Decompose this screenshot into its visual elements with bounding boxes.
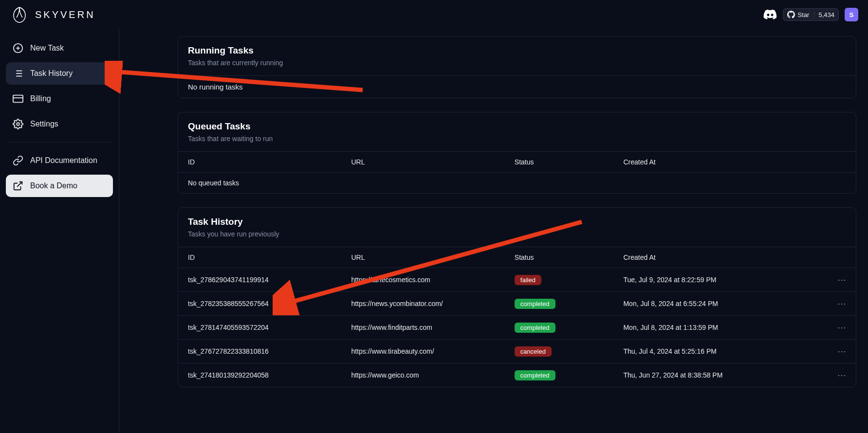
credit-card-icon bbox=[13, 93, 23, 104]
sidebar-item-label: Book a Demo bbox=[30, 181, 77, 190]
queued-tasks-panel: Queued Tasks Tasks that are waiting to r… bbox=[178, 112, 856, 194]
github-icon bbox=[787, 11, 795, 18]
status-badge: completed bbox=[515, 323, 555, 333]
sidebar-item-task-history[interactable]: Task History bbox=[6, 62, 113, 85]
header: SKYVERN Star 5,434 S bbox=[0, 0, 868, 29]
svg-line-12 bbox=[17, 182, 22, 187]
plus-circle-icon bbox=[13, 43, 23, 54]
panel-title: Queued Tasks bbox=[188, 121, 846, 132]
cell-id: tsk_278629043741199914 bbox=[188, 276, 351, 284]
panel-body: ID URL Status Created At No queued tasks bbox=[178, 151, 856, 193]
row-actions-button[interactable]: ⋯ bbox=[817, 274, 846, 285]
status-badge: completed bbox=[515, 299, 555, 309]
sidebar-item-label: New Task bbox=[30, 44, 64, 53]
cell-url: https://www.geico.com bbox=[351, 371, 514, 379]
sidebar: New Task Task History Billing Settings A… bbox=[0, 29, 119, 433]
empty-message: No running tasks bbox=[178, 76, 856, 98]
sidebar-item-api-docs[interactable]: API Documentation bbox=[6, 149, 113, 172]
cell-status: completed bbox=[515, 299, 624, 309]
divider bbox=[8, 142, 111, 143]
col-status: Status bbox=[515, 253, 624, 261]
cell-created: Thu, Jul 4, 2024 at 5:25:16 PM bbox=[623, 347, 817, 355]
sidebar-item-label: Task History bbox=[30, 69, 73, 78]
panel-title: Task History bbox=[188, 216, 846, 227]
discord-icon[interactable] bbox=[763, 8, 777, 21]
table-row[interactable]: tsk_278147405593572204 https://www.findi… bbox=[178, 315, 856, 339]
sidebar-item-label: Settings bbox=[30, 120, 58, 128]
main-content: Running Tasks Tasks that are currently r… bbox=[119, 29, 868, 433]
sidebar-item-new-task[interactable]: New Task bbox=[6, 37, 113, 59]
cell-status: completed bbox=[515, 370, 624, 380]
row-actions-button[interactable]: ⋯ bbox=[817, 322, 846, 333]
avatar-initial: S bbox=[850, 11, 854, 18]
brand-logo-icon bbox=[10, 5, 29, 24]
brand-name: SKYVERN bbox=[35, 9, 95, 20]
external-link-icon bbox=[13, 180, 23, 191]
status-badge: completed bbox=[515, 370, 555, 380]
panel-subtitle: Tasks you have run previously bbox=[188, 230, 846, 238]
cell-created: Tue, Jul 9, 2024 at 8:22:59 PM bbox=[623, 276, 817, 284]
panel-body: No running tasks bbox=[178, 75, 856, 98]
col-id: ID bbox=[188, 158, 351, 166]
table-row[interactable]: tsk_274180139292204058 https://www.geico… bbox=[178, 363, 856, 387]
table-header: ID URL Status Created At bbox=[178, 247, 856, 268]
table-row[interactable]: tsk_278629043741199914 https://tartecosm… bbox=[178, 268, 856, 291]
cell-url: https://www.finditparts.com bbox=[351, 324, 514, 331]
col-id: ID bbox=[188, 253, 351, 261]
row-actions-button[interactable]: ⋯ bbox=[817, 298, 846, 309]
sidebar-item-settings[interactable]: Settings bbox=[6, 113, 113, 135]
task-history-panel: Task History Tasks you have run previous… bbox=[178, 207, 856, 387]
status-badge: failed bbox=[515, 275, 541, 285]
cell-status: completed bbox=[515, 323, 624, 333]
cell-created: Mon, Jul 8, 2024 at 6:55:24 PM bbox=[623, 300, 817, 307]
cell-status: failed bbox=[515, 275, 624, 285]
cell-url: https://tartecosmetics.com bbox=[351, 276, 514, 284]
svg-point-11 bbox=[17, 123, 19, 126]
empty-message: No queued tasks bbox=[188, 179, 846, 187]
link-icon bbox=[13, 155, 23, 166]
panel-header: Task History Tasks you have run previous… bbox=[178, 208, 856, 247]
sidebar-item-book-demo[interactable]: Book a Demo bbox=[6, 175, 113, 197]
cell-url: https://news.ycombinator.com/ bbox=[351, 300, 514, 307]
header-right: Star 5,434 S bbox=[763, 8, 858, 21]
panel-header: Running Tasks Tasks that are currently r… bbox=[178, 36, 856, 75]
list-icon bbox=[13, 68, 23, 79]
status-badge: canceled bbox=[515, 346, 552, 357]
cell-created: Thu, Jun 27, 2024 at 8:38:58 PM bbox=[623, 371, 817, 379]
gear-icon bbox=[13, 119, 23, 129]
cell-id: tsk_278235388555267564 bbox=[188, 300, 351, 307]
table-row[interactable]: tsk_276727822333810816 https://www.tirab… bbox=[178, 339, 856, 363]
table-row[interactable]: tsk_278235388555267564 https://news.ycom… bbox=[178, 291, 856, 315]
panel-header: Queued Tasks Tasks that are waiting to r… bbox=[178, 112, 856, 151]
cell-created: Mon, Jul 8, 2024 at 1:13:59 PM bbox=[623, 324, 817, 331]
col-created: Created At bbox=[623, 158, 817, 166]
github-star-count: 5,434 bbox=[814, 11, 834, 18]
panel-body: ID URL Status Created At tsk_27862904374… bbox=[178, 247, 856, 387]
col-url: URL bbox=[351, 158, 514, 166]
svg-rect-9 bbox=[13, 95, 23, 103]
logo-area: SKYVERN bbox=[10, 5, 95, 24]
row-actions-button[interactable]: ⋯ bbox=[817, 346, 846, 357]
row-actions-button[interactable]: ⋯ bbox=[817, 370, 846, 380]
col-url: URL bbox=[351, 253, 514, 261]
cell-url: https://www.tirabeauty.com/ bbox=[351, 347, 514, 355]
panel-subtitle: Tasks that are waiting to run bbox=[188, 135, 846, 143]
col-created: Created At bbox=[623, 253, 817, 261]
cell-id: tsk_278147405593572204 bbox=[188, 324, 351, 331]
github-star-label: Star bbox=[798, 11, 810, 18]
cell-id: tsk_274180139292204058 bbox=[188, 371, 351, 379]
avatar[interactable]: S bbox=[845, 8, 858, 21]
running-tasks-panel: Running Tasks Tasks that are currently r… bbox=[178, 36, 856, 98]
table-row-empty: No queued tasks bbox=[178, 172, 856, 193]
cell-id: tsk_276727822333810816 bbox=[188, 347, 351, 355]
col-status: Status bbox=[515, 158, 624, 166]
github-star-button[interactable]: Star 5,434 bbox=[783, 8, 839, 21]
table-header: ID URL Status Created At bbox=[178, 152, 856, 172]
panel-subtitle: Tasks that are currently running bbox=[188, 59, 846, 67]
cell-status: canceled bbox=[515, 346, 624, 357]
panel-title: Running Tasks bbox=[188, 45, 846, 56]
sidebar-item-label: Billing bbox=[30, 94, 51, 103]
sidebar-item-billing[interactable]: Billing bbox=[6, 88, 113, 110]
sidebar-item-label: API Documentation bbox=[30, 156, 97, 165]
